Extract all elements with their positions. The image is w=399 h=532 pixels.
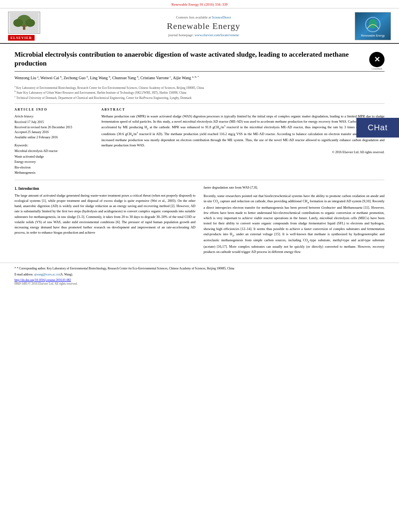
- article-title-section: Microbial electrolysis contribution to a…: [14, 44, 385, 72]
- doi-line: http://dx.doi.org/10.1016/j.renene.2016.…: [14, 278, 385, 282]
- journal-title-area: Contents lists available at ScienceDirec…: [60, 15, 347, 37]
- article-info-col: ARTICLE INFO Article history: Received 1…: [14, 108, 95, 176]
- page-footer: * * Corresponding author. Key Laboratory…: [0, 263, 399, 288]
- chat-button-label: CHat: [368, 123, 388, 132]
- keywords-label: Keywords:: [14, 144, 95, 147]
- journal-homepage-line: journal homepage: www.elsevier.com/locat…: [60, 33, 347, 37]
- affiliation-b: b State Key Laboratory of Urban Water Re…: [14, 90, 385, 95]
- section-number: 1.: [14, 187, 17, 191]
- elsevier-tree-image: [8, 12, 40, 34]
- keyword-5: Methanogenesis: [14, 170, 95, 176]
- received-date: Received 17 July 2015: [14, 120, 95, 125]
- authors-list: Wenzong Liu a, Weiwei Cai b, Zechong Guo…: [14, 75, 385, 81]
- body-content: 1. Introduction The large amount of acti…: [14, 180, 385, 263]
- intro-paragraph-1: The large amount of activated sludge gen…: [14, 193, 195, 235]
- crossmark-label: CrossMark: [369, 68, 385, 70]
- article-title: Microbial electrolysis contribution to a…: [14, 50, 369, 68]
- journal-header: ELSEVIER Contents lists available at Sci…: [0, 8, 399, 44]
- section-title-text: Introduction: [19, 187, 39, 191]
- abstract-col: ABSTRACT Methane production rate (MPR) i…: [101, 108, 385, 176]
- journal-citation: Renewable Energy 91 (2016) 334–339: [171, 2, 227, 6]
- svg-point-3: [13, 19, 23, 27]
- keyword-3: Energy recovery: [14, 159, 95, 165]
- corresponding-author-note: * * Corresponding author. Key Laboratory…: [14, 266, 385, 271]
- copyright-notice: © 2016 Elsevier Ltd. All rights reserved…: [101, 148, 385, 154]
- svg-rect-2: [23, 25, 25, 30]
- doi-link[interactable]: http://dx.doi.org/10.1016/j.renene.2016.…: [14, 278, 71, 282]
- keywords-list: Microbial electrolysis AD reactor Waste …: [14, 148, 95, 176]
- affiliation-c: c Technical University of Denmark, Depar…: [14, 95, 385, 100]
- crossmark-icon: ✕: [369, 52, 385, 67]
- info-abstract-section: ARTICLE INFO Article history: Received 1…: [14, 104, 385, 180]
- page: Renewable Energy 91 (2016) 334–339 ELSEV…: [0, 0, 399, 532]
- keyword-1: Microbial electrolysis AD reactor: [14, 148, 95, 154]
- abstract-heading: ABSTRACT: [101, 108, 385, 111]
- article-info-heading: ARTICLE INFO: [14, 108, 95, 111]
- elsevier-logo: ELSEVIER: [8, 12, 60, 41]
- elsevier-label: ELSEVIER: [8, 35, 35, 41]
- keyword-4: Bio-electron: [14, 165, 95, 170]
- publisher-logo-area: ELSEVIER: [8, 12, 60, 41]
- journal-cover: Renewable Energy: [355, 12, 391, 40]
- journal-homepage-link[interactable]: www.elsevier.com/locate/renene: [195, 33, 239, 37]
- email-note: E-mail address: ajwang@rcees.ac.cn (A. W…: [14, 272, 385, 277]
- svg-point-4: [25, 19, 35, 27]
- chat-button[interactable]: CHat: [356, 118, 399, 138]
- article-dates: Received 17 July 2015 Received in revise…: [14, 120, 95, 140]
- sciencedirect-line: Contents lists available at ScienceDirec…: [60, 15, 347, 19]
- affiliations-section: a Key Laboratory of Environmental Biotec…: [14, 83, 385, 104]
- intro-paragraph-3: Recently, some researchers pointed out t…: [204, 193, 385, 255]
- journal-name: Renewable Energy: [60, 21, 347, 31]
- main-content: Microbial electrolysis contribution to a…: [0, 44, 399, 263]
- intro-heading: 1. Introduction: [14, 187, 195, 191]
- keyword-2: Waste activated sludge: [14, 154, 95, 160]
- body-col-left: 1. Introduction The large amount of acti…: [14, 185, 195, 258]
- crossmark-badge: ✕ CrossMark: [369, 52, 385, 67]
- abstract-text: Methane production rate (MPR) in waste a…: [101, 114, 385, 148]
- revised-date: Received in revised form 26 December 201…: [14, 125, 95, 130]
- author-email-link[interactable]: ajwang@rcees.ac.cn: [34, 273, 59, 276]
- svg-point-8: [369, 19, 377, 29]
- article-history-label: Article history:: [14, 115, 95, 118]
- intro-paragraph-2: faster degradation rate from WAS [7,8].: [204, 185, 385, 190]
- body-col-right: faster degradation rate from WAS [7,8]. …: [204, 185, 385, 258]
- available-date: Available online 2 February 2016: [14, 135, 95, 140]
- affiliation-a: a Key Laboratory of Environmental Biotec…: [14, 85, 385, 90]
- accepted-date: Accepted 25 January 2016: [14, 130, 95, 135]
- journal-citation-bar: Renewable Energy 91 (2016) 334–339: [0, 0, 399, 8]
- authors-section: Wenzong Liu a, Weiwei Cai b, Zechong Guo…: [14, 72, 385, 83]
- body-two-col: 1. Introduction The large amount of acti…: [14, 185, 385, 258]
- issn-line: 0960-1481/© 2016 Elsevier Ltd. All right…: [14, 282, 385, 286]
- sciencedirect-link[interactable]: ScienceDirect: [212, 15, 231, 19]
- svg-text:Renewable Energy: Renewable Energy: [361, 34, 385, 37]
- cover-thumbnail-area: Renewable Energy: [347, 12, 391, 40]
